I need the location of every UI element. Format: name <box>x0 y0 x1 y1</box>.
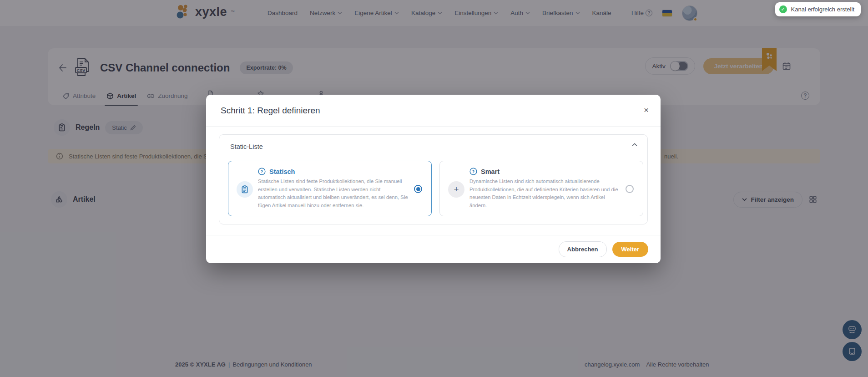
clipboard-icon <box>237 181 253 198</box>
toast-message: Kanal erfolgreich erstellt <box>791 6 854 13</box>
section-label: Static-Liste <box>230 143 263 150</box>
rule-definition-modal: Schritt 1: Regel definieren × Static-Lis… <box>206 95 661 263</box>
success-toast[interactable]: ✓ Kanal erfolgreich erstellt <box>775 2 861 16</box>
radio-selected[interactable] <box>414 185 422 193</box>
modal-header: Schritt 1: Regel definieren × <box>206 95 661 127</box>
question-circle-icon: ? <box>469 168 477 175</box>
option-card-statisch[interactable]: ? Statisch Statische Listen sind feste P… <box>228 161 432 216</box>
static-liste-section: Static-Liste ? Statisch Statische Listen… <box>219 134 648 224</box>
option-description: Statische Listen sind feste Produktkolle… <box>258 178 408 209</box>
plus-icon: + <box>448 181 464 198</box>
option-card-smart[interactable]: + ? Smart Dynamische Listen sind sich au… <box>439 161 643 216</box>
radio-unselected[interactable] <box>626 185 634 193</box>
cancel-button[interactable]: Abbrechen <box>559 241 607 257</box>
check-circle-icon: ✓ <box>779 5 787 13</box>
svg-text:?: ? <box>261 169 263 174</box>
svg-text:?: ? <box>472 169 475 174</box>
close-icon[interactable]: × <box>644 106 649 114</box>
chevron-up-icon[interactable] <box>632 143 637 147</box>
question-circle-icon: ? <box>258 168 266 175</box>
modal-title: Schritt 1: Regel definieren <box>221 106 320 116</box>
option-title: Statisch <box>269 168 295 175</box>
option-description: Dynamische Listen sind sich automatisch … <box>469 178 620 209</box>
modal-footer: Abbrechen Weiter <box>206 235 661 263</box>
option-title: Smart <box>481 168 500 175</box>
next-button[interactable]: Weiter <box>612 242 649 257</box>
